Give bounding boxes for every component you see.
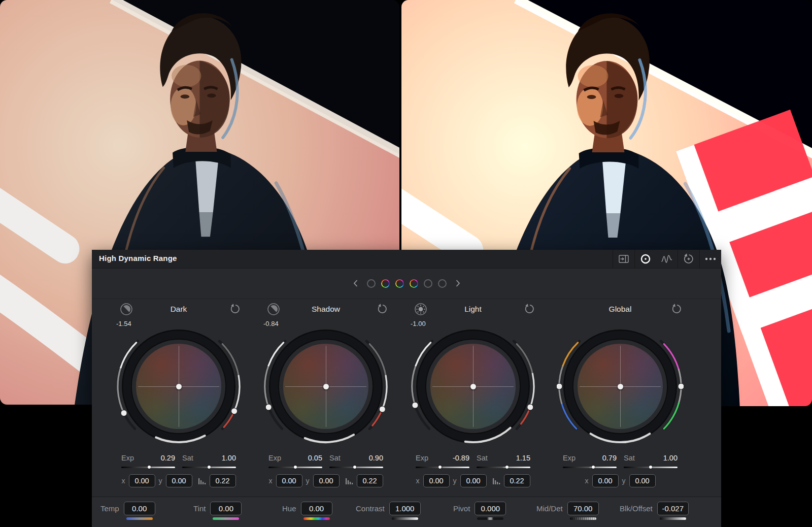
- wheel-disc[interactable]: [430, 344, 516, 429]
- sat-value: 1.00: [663, 454, 678, 462]
- histogram-field[interactable]: 0.22: [357, 474, 383, 487]
- histogram-icon: [345, 477, 353, 485]
- pager-dot-5[interactable]: [424, 279, 432, 288]
- wheel-center-handle[interactable]: [323, 384, 329, 389]
- y-field[interactable]: 0.00: [313, 474, 340, 487]
- exp-label: Exp: [268, 454, 281, 462]
- contrast-label: Contrast: [356, 502, 385, 516]
- wheel-center-handle[interactable]: [470, 384, 476, 389]
- y-label: y: [159, 477, 162, 485]
- color-wheel-light[interactable]: [410, 323, 536, 450]
- hue-gradient: [303, 517, 330, 520]
- sat-value: 1.00: [222, 454, 236, 462]
- temp-field[interactable]: 0.00: [124, 502, 155, 515]
- wheel-center-handle[interactable]: [618, 384, 623, 389]
- sat-label: Sat: [329, 454, 341, 462]
- y-field[interactable]: 0.00: [629, 474, 656, 487]
- y-field[interactable]: 0.00: [460, 474, 487, 487]
- pager-next-icon[interactable]: [452, 279, 463, 288]
- color-wheel-mode-icon[interactable]: [635, 250, 656, 268]
- mid-det-gradient: [570, 517, 596, 520]
- field-hue: Hue 0.00: [282, 502, 332, 520]
- wheel-section-shadow: Shadow -0.84 Exp0.05: [252, 299, 399, 497]
- brightness-dial-icon[interactable]: [414, 302, 428, 318]
- color-wheel-global[interactable]: [557, 323, 684, 450]
- sat-label: Sat: [477, 454, 488, 462]
- sat-slider[interactable]: Sat1.15: [477, 454, 530, 468]
- sat-slider[interactable]: Sat1.00: [624, 454, 678, 468]
- panel-title: High Dynamic Range: [99, 254, 177, 262]
- x-label: x: [269, 477, 273, 485]
- wheel-section-light: Light -1.00 Exp-0.89: [399, 299, 547, 497]
- sat-value: 1.15: [516, 454, 530, 462]
- exp-slider[interactable]: Exp-0.89: [416, 454, 469, 468]
- histogram-icon: [198, 477, 206, 485]
- histogram-field[interactable]: 0.22: [210, 474, 236, 487]
- field-blk-offset: Blk/Offset -0.027: [620, 502, 689, 520]
- pager-dot-6[interactable]: [438, 279, 447, 288]
- exp-value: 0.29: [161, 454, 175, 462]
- wheel-disc[interactable]: [283, 344, 368, 429]
- sat-label: Sat: [624, 454, 635, 462]
- contrast-gradient: [392, 517, 418, 520]
- blk-offset-gradient: [660, 517, 686, 520]
- exp-slider[interactable]: Exp0.79: [563, 454, 617, 468]
- histogram-icon: [492, 477, 500, 485]
- blk-offset-field[interactable]: -0.027: [657, 502, 689, 515]
- y-field[interactable]: 0.00: [166, 474, 192, 487]
- temp-label: Temp: [100, 502, 119, 516]
- exp-value: 0.79: [602, 454, 617, 462]
- hue-field[interactable]: 0.00: [301, 502, 332, 515]
- histogram-field[interactable]: 0.22: [504, 474, 530, 487]
- pager-dot-4[interactable]: [410, 279, 418, 288]
- titlebar-icon-group: [613, 250, 721, 268]
- blk-offset-label: Blk/Offset: [620, 502, 653, 516]
- pivot-label: Pivot: [453, 502, 470, 516]
- exp-label: Exp: [416, 454, 428, 462]
- pivot-field[interactable]: 0.000: [475, 502, 506, 515]
- x-label: x: [416, 477, 420, 485]
- pager-dot-1[interactable]: [367, 279, 376, 288]
- wheel-center-handle[interactable]: [176, 384, 182, 389]
- mid-det-field[interactable]: 70.00: [567, 502, 599, 515]
- pager-dot-3[interactable]: [395, 279, 404, 288]
- exp-value: -0.89: [453, 454, 469, 462]
- contrast-field[interactable]: 1.000: [389, 502, 421, 515]
- x-field[interactable]: 0.00: [129, 474, 155, 487]
- tint-field[interactable]: 0.00: [210, 502, 242, 515]
- sat-slider[interactable]: Sat1.00: [182, 454, 236, 468]
- hdr-panel: High Dynamic Range: [92, 250, 721, 527]
- field-tint: Tint 0.00: [193, 502, 242, 520]
- wheel-disc[interactable]: [578, 344, 663, 429]
- x-field[interactable]: 0.00: [592, 474, 619, 487]
- more-options-icon[interactable]: [700, 250, 721, 268]
- field-mid-det: Mid/Det 70.00: [536, 502, 599, 520]
- waveform-mode-icon[interactable]: [656, 250, 678, 268]
- mid-det-label: Mid/Det: [536, 502, 563, 516]
- sat-label: Sat: [182, 454, 193, 462]
- y-label: y: [453, 477, 457, 485]
- wheel-reset-icon[interactable]: [377, 303, 388, 317]
- wheel-reset-icon[interactable]: [524, 303, 535, 317]
- tint-gradient: [213, 517, 239, 520]
- wheel-disc[interactable]: [136, 344, 221, 429]
- x-field[interactable]: 0.00: [276, 474, 302, 487]
- tint-label: Tint: [193, 502, 206, 516]
- pager-prev-icon[interactable]: [350, 279, 361, 288]
- exposure-dial-icon[interactable]: [266, 302, 281, 318]
- reset-all-icon[interactable]: [678, 250, 699, 268]
- panel-expand-icon[interactable]: [613, 250, 634, 268]
- color-wheel-shadow[interactable]: [262, 323, 389, 450]
- exp-slider[interactable]: Exp0.05: [268, 454, 322, 468]
- x-label: x: [585, 477, 589, 485]
- exp-slider[interactable]: Exp0.29: [121, 454, 175, 468]
- color-wheel-dark[interactable]: [115, 323, 242, 450]
- field-contrast: Contrast 1.000: [356, 502, 421, 520]
- wheel-reset-icon[interactable]: [229, 303, 241, 317]
- x-field[interactable]: 0.00: [423, 474, 450, 487]
- wheel-reset-icon[interactable]: [671, 303, 683, 317]
- field-temp: Temp 0.00: [100, 502, 155, 520]
- pager-dot-2[interactable]: [381, 279, 390, 288]
- sat-slider[interactable]: Sat0.90: [329, 454, 383, 468]
- exposure-dial-icon[interactable]: [119, 302, 133, 318]
